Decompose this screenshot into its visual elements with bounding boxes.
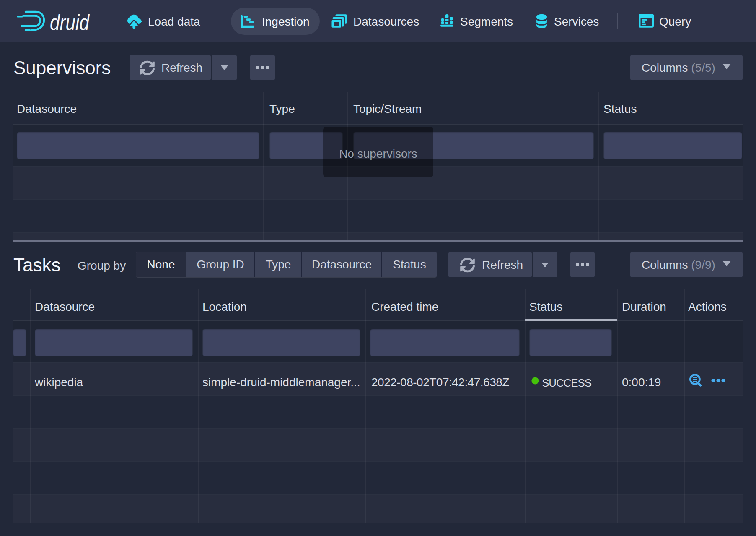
svg-text:druid: druid — [50, 10, 90, 34]
